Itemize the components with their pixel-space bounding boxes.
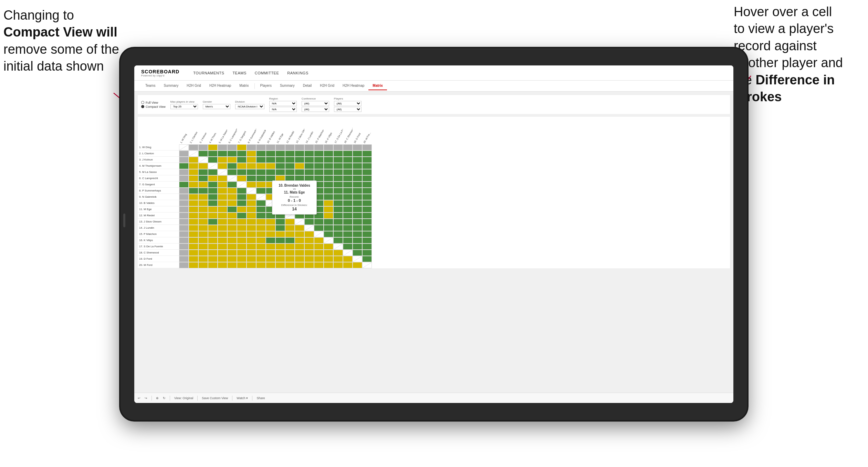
matrix-cell[interactable]: [237, 243, 247, 250]
matrix-cell[interactable]: [218, 151, 227, 157]
matrix-cell[interactable]: [218, 157, 227, 163]
matrix-cell[interactable]: [353, 256, 362, 262]
matrix-cell[interactable]: [208, 256, 218, 262]
matrix-cell[interactable]: [198, 237, 208, 243]
matrix-cell[interactable]: [324, 212, 333, 219]
matrix-cell[interactable]: [198, 256, 208, 262]
matrix-cell[interactable]: [218, 219, 227, 225]
matrix-cell[interactable]: [237, 262, 247, 268]
matrix-cell[interactable]: [343, 200, 353, 206]
matrix-cell[interactable]: [237, 169, 247, 175]
matrix-cell[interactable]: [295, 237, 304, 243]
matrix-cell[interactable]: [362, 243, 372, 250]
toolbar-undo[interactable]: ↩: [138, 396, 140, 400]
matrix-cell[interactable]: [275, 151, 285, 157]
matrix-cell[interactable]: [179, 163, 189, 169]
matrix-cell[interactable]: [189, 219, 198, 225]
matrix-cell[interactable]: [285, 144, 295, 151]
matrix-cell[interactable]: [314, 225, 324, 231]
matrix-cell[interactable]: [198, 163, 208, 169]
matrix-cell[interactable]: [179, 188, 189, 194]
matrix-cell[interactable]: [256, 181, 266, 188]
matrix-cell[interactable]: [227, 151, 237, 157]
matrix-cell[interactable]: [285, 250, 295, 256]
matrix-cell[interactable]: [189, 194, 198, 200]
matrix-cell[interactable]: [218, 169, 227, 175]
matrix-cell[interactable]: [362, 206, 372, 212]
matrix-cell[interactable]: [353, 169, 362, 175]
matrix-cell[interactable]: [343, 237, 353, 243]
nav-item-committee[interactable]: COMMITTEE: [255, 71, 279, 75]
matrix-cell[interactable]: [314, 151, 324, 157]
matrix-cell[interactable]: [256, 231, 266, 237]
matrix-cell[interactable]: [218, 144, 227, 151]
matrix-cell[interactable]: [208, 163, 218, 169]
matrix-cell[interactable]: [247, 206, 256, 212]
matrix-cell[interactable]: [189, 157, 198, 163]
matrix-cell[interactable]: [362, 188, 372, 194]
matrix-cell[interactable]: [275, 144, 285, 151]
tab-players[interactable]: Players: [256, 82, 276, 90]
matrix-cell[interactable]: [237, 200, 247, 206]
matrix-cell[interactable]: [179, 219, 189, 225]
conference-select1[interactable]: (All): [302, 101, 329, 106]
matrix-cell[interactable]: [208, 237, 218, 243]
matrix-cell[interactable]: [198, 144, 208, 151]
matrix-cell[interactable]: [362, 157, 372, 163]
matrix-cell[interactable]: [208, 151, 218, 157]
matrix-cell[interactable]: [227, 256, 237, 262]
tab-h2h-heatmap2[interactable]: H2H Heatmap: [338, 82, 368, 90]
toolbar-view-original[interactable]: View: Original: [174, 396, 193, 400]
matrix-cell[interactable]: [295, 262, 304, 268]
matrix-cell[interactable]: [189, 250, 198, 256]
matrix-cell[interactable]: [179, 200, 189, 206]
region-select1[interactable]: N/A: [269, 101, 297, 106]
matrix-cell[interactable]: [179, 144, 189, 151]
matrix-cell[interactable]: [295, 243, 304, 250]
matrix-cell[interactable]: [179, 237, 189, 243]
matrix-cell[interactable]: [189, 188, 198, 194]
matrix-cell[interactable]: [247, 250, 256, 256]
matrix-cell[interactable]: [333, 194, 343, 200]
matrix-cell[interactable]: [218, 262, 227, 268]
matrix-cell[interactable]: [256, 262, 266, 268]
matrix-cell[interactable]: [256, 169, 266, 175]
matrix-cell[interactable]: [333, 262, 343, 268]
matrix-cell[interactable]: [256, 188, 266, 194]
matrix-cell[interactable]: [362, 200, 372, 206]
matrix-cell[interactable]: [189, 206, 198, 212]
matrix-cell[interactable]: [247, 231, 256, 237]
matrix-cell[interactable]: [353, 157, 362, 163]
full-view-radio[interactable]: Full View: [141, 101, 166, 104]
matrix-cell[interactable]: [295, 250, 304, 256]
matrix-cell[interactable]: [266, 250, 275, 256]
matrix-cell[interactable]: [353, 225, 362, 231]
matrix-cell[interactable]: [333, 175, 343, 181]
matrix-cell[interactable]: [295, 169, 304, 175]
matrix-cell[interactable]: [189, 256, 198, 262]
matrix-cell[interactable]: [227, 219, 237, 225]
matrix-cell[interactable]: [247, 243, 256, 250]
matrix-cell[interactable]: [285, 256, 295, 262]
matrix-cell[interactable]: [362, 256, 372, 262]
matrix-cell[interactable]: [353, 163, 362, 169]
matrix-cell[interactable]: [179, 243, 189, 250]
matrix-cell[interactable]: [218, 231, 227, 237]
matrix-cell[interactable]: [179, 250, 189, 256]
matrix-cell[interactable]: [218, 243, 227, 250]
matrix-cell[interactable]: [333, 212, 343, 219]
matrix-cell[interactable]: [189, 225, 198, 231]
matrix-cell[interactable]: [324, 200, 333, 206]
matrix-cell[interactable]: [247, 194, 256, 200]
matrix-cell[interactable]: [189, 163, 198, 169]
matrix-cell[interactable]: [208, 188, 218, 194]
matrix-cell[interactable]: [256, 219, 266, 225]
matrix-cell[interactable]: [324, 175, 333, 181]
matrix-cell[interactable]: [304, 225, 314, 231]
tab-teams[interactable]: Teams: [141, 82, 159, 90]
matrix-cell[interactable]: [314, 144, 324, 151]
tab-detail[interactable]: Detail: [299, 82, 316, 90]
matrix-cell[interactable]: [304, 256, 314, 262]
tab-matrix-top[interactable]: Matrix: [235, 82, 253, 90]
matrix-cell[interactable]: [343, 151, 353, 157]
